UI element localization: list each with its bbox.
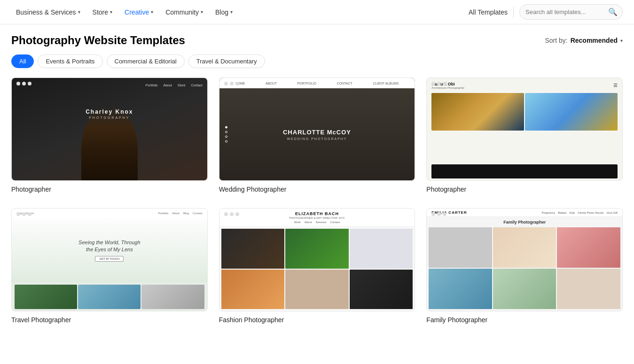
samuel-img-1 bbox=[431, 93, 524, 131]
nav-creative[interactable]: Creative ▾ bbox=[120, 6, 158, 19]
filter-commercial-editorial[interactable]: Commercial & Editorial bbox=[107, 54, 185, 68]
dot bbox=[431, 82, 435, 85]
dot bbox=[224, 82, 228, 85]
window-chrome bbox=[431, 212, 446, 216]
filter-all[interactable]: All bbox=[11, 54, 34, 68]
nav-business-services[interactable]: Business & Services ▾ bbox=[11, 6, 85, 19]
template-card-charlotte[interactable]: HOME ABOUT PORTFOLIO CONTACT CLIENT ALBU… bbox=[219, 77, 415, 193]
travel-img-3 bbox=[141, 285, 204, 309]
filter-events-portraits[interactable]: Events & Portraits bbox=[38, 54, 102, 68]
search-bar[interactable]: 🔍 bbox=[519, 4, 623, 20]
template-card-emilia[interactable]: EMILIA CARTER Pregnancy Babies Kids Fami… bbox=[426, 208, 623, 324]
dot bbox=[443, 212, 446, 216]
charlotte-small-text: WEDDING PHOTOGRAPHY bbox=[283, 137, 351, 140]
dot bbox=[230, 82, 234, 85]
travel-hero-text: Seeing the World, Throughthe Eyes of My … bbox=[78, 239, 140, 254]
template-thumb-travel: Jake Johnson Portfolio About Blog Contac… bbox=[11, 208, 208, 311]
template-label-emilia: Family Photographer bbox=[426, 316, 623, 324]
sort-dropdown[interactable]: Sort by: Recommended ▾ bbox=[545, 37, 623, 44]
chevron-down-icon: ▾ bbox=[110, 9, 112, 15]
dot bbox=[224, 212, 228, 216]
search-icon: 🔍 bbox=[608, 8, 618, 16]
window-chrome bbox=[224, 212, 239, 216]
search-input[interactable] bbox=[525, 8, 604, 15]
nav-blog-label: Blog bbox=[215, 8, 228, 16]
template-thumb-samuel: Samuel Obi Architecture Photographer ☰ bbox=[426, 77, 623, 181]
template-label-charlotte: Wedding Photographer bbox=[219, 186, 415, 193]
dot bbox=[235, 212, 239, 216]
nav-community[interactable]: Community ▾ bbox=[161, 6, 208, 19]
emilia-grid-1 bbox=[429, 227, 492, 268]
dot bbox=[16, 212, 20, 216]
charley-sub: PHOTOGRAPHY bbox=[86, 116, 133, 119]
charlotte-navbar: HOME ABOUT PORTFOLIO CONTACT CLIENT ALBU… bbox=[219, 78, 415, 88]
elizabeth-grid bbox=[219, 227, 415, 311]
window-chrome bbox=[16, 82, 31, 85]
sort-value: Recommended bbox=[571, 37, 618, 44]
side-dot bbox=[225, 140, 227, 143]
dot bbox=[22, 82, 26, 85]
dot bbox=[28, 212, 31, 216]
dot bbox=[22, 212, 26, 216]
charlotte-hero: CHARLOTTE McCOY WEDDING PHOTOGRAPHY bbox=[219, 88, 415, 180]
travel-img-2 bbox=[78, 285, 141, 309]
dot bbox=[16, 82, 20, 85]
dot bbox=[235, 82, 239, 85]
chevron-down-icon: ▾ bbox=[78, 9, 80, 15]
nav-blog[interactable]: Blog ▾ bbox=[211, 6, 237, 19]
emilia-nav: Pregnancy Babies Kids Family Photo Shoot… bbox=[542, 211, 618, 214]
elizabeth-name: ELIZABETH BACH bbox=[295, 211, 339, 216]
emilia-grid bbox=[427, 227, 622, 311]
elizabeth-grid-6 bbox=[350, 270, 413, 310]
emilia-grid-6 bbox=[557, 269, 620, 309]
emilia-grid-3 bbox=[557, 227, 620, 268]
elizabeth-grid-1 bbox=[221, 229, 285, 269]
travel-img-1 bbox=[15, 285, 77, 309]
dot bbox=[437, 212, 441, 216]
nav-store[interactable]: Store ▾ bbox=[88, 6, 117, 19]
template-thumb-charley: Charley Knox PHOTOGRAPHY Portfolio About… bbox=[11, 77, 208, 181]
emilia-header: EMILIA CARTER Pregnancy Babies Kids Fami… bbox=[427, 209, 622, 217]
nav-creative-label: Creative bbox=[125, 8, 149, 16]
elizabeth-grid-2 bbox=[285, 229, 349, 269]
chevron-down-icon: ▾ bbox=[230, 9, 233, 15]
all-templates-link[interactable]: All Templates bbox=[469, 8, 508, 16]
nav-community-label: Community bbox=[165, 8, 199, 16]
chevron-down-icon: ▾ bbox=[620, 38, 623, 43]
elizabeth-sub: PHOTOGRAPHER & ART DIRECTOR, NYC bbox=[289, 217, 345, 219]
template-label-charley: Photographer bbox=[11, 186, 208, 193]
overlay-text: Charley Knox PHOTOGRAPHY bbox=[86, 108, 133, 139]
elizabeth-header: ELIZABETH BACH PHOTOGRAPHER & ART DIRECT… bbox=[219, 209, 415, 227]
charlotte-hero-text: CHARLOTTE McCOY WEDDING PHOTOGRAPHY bbox=[283, 129, 351, 140]
nav-right: All Templates 🔍 bbox=[469, 4, 623, 20]
side-dot bbox=[225, 131, 227, 133]
template-label-elizabeth: Fashion Photographer bbox=[219, 316, 415, 324]
filter-travel-documentary[interactable]: Travel & Documentary bbox=[188, 54, 265, 68]
template-card-elizabeth[interactable]: ELIZABETH BACH PHOTOGRAPHER & ART DIRECT… bbox=[219, 208, 415, 324]
travel-images bbox=[12, 283, 207, 311]
emilia-grid-5 bbox=[493, 269, 556, 309]
page-header: Photography Website Templates Sort by: R… bbox=[0, 24, 634, 54]
main-nav: Business & Services ▾ Store ▾ Creative ▾… bbox=[0, 0, 634, 24]
template-card-travel[interactable]: Jake Johnson Portfolio About Blog Contac… bbox=[11, 208, 208, 324]
samuel-menu-icon: ☰ bbox=[613, 83, 618, 88]
chevron-down-icon: ▾ bbox=[151, 9, 153, 15]
nav-left: Business & Services ▾ Store ▾ Creative ▾… bbox=[11, 6, 469, 19]
template-card-charley-knox[interactable]: Charley Knox PHOTOGRAPHY Portfolio About… bbox=[11, 77, 208, 193]
templates-grid: Charley Knox PHOTOGRAPHY Portfolio About… bbox=[0, 77, 634, 339]
window-chrome bbox=[16, 212, 31, 216]
dot bbox=[230, 212, 234, 216]
template-label-travel: Travel Photographer bbox=[11, 316, 208, 324]
template-card-samuel[interactable]: Samuel Obi Architecture Photographer ☰ P… bbox=[426, 77, 623, 193]
window-chrome bbox=[224, 82, 239, 85]
charley-name: Charley Knox bbox=[86, 108, 133, 115]
chevron-down-icon: ▾ bbox=[201, 9, 203, 15]
elizabeth-grid-3 bbox=[350, 229, 413, 269]
dot bbox=[431, 212, 435, 216]
window-chrome bbox=[431, 82, 446, 85]
filter-tabs: All Events & Portraits Commercial & Edit… bbox=[0, 54, 634, 77]
template-thumb-elizabeth: ELIZABETH BACH PHOTOGRAPHER & ART DIRECT… bbox=[219, 208, 415, 311]
travel-cta-button: GET IN TOUCH bbox=[95, 256, 124, 262]
dot bbox=[437, 82, 441, 85]
nav-business-label: Business & Services bbox=[16, 8, 76, 16]
